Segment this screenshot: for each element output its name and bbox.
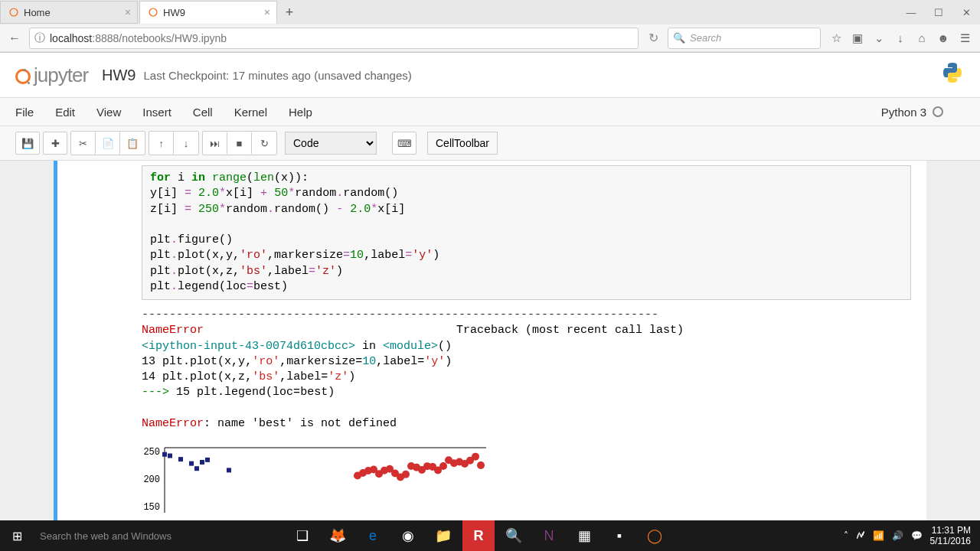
scatter-plot: 250 200 150 bbox=[142, 444, 926, 518]
browser-tools: ☆ ▣ ⌄ ↓ ⌂ ☻ ☰ bbox=[825, 31, 975, 45]
checkpoint-status: Last Checkpoint: 17 minutes ago (unsaved… bbox=[144, 69, 412, 82]
svg-point-37 bbox=[472, 453, 479, 461]
menu-help[interactable]: Help bbox=[289, 106, 312, 119]
download-icon[interactable]: ↓ bbox=[890, 31, 911, 45]
home-icon[interactable]: ⌂ bbox=[911, 31, 933, 45]
cut-button[interactable]: ✂ bbox=[71, 132, 96, 155]
jupyter-logo[interactable]: jupyter bbox=[15, 64, 88, 87]
celltoolbar-button[interactable]: CellToolbar bbox=[427, 132, 498, 155]
wifi-icon[interactable]: 📶 bbox=[873, 530, 884, 541]
svg-point-24 bbox=[402, 471, 410, 478]
chart-svg: 250 200 150 bbox=[142, 444, 494, 513]
taskbar-apps: ❑ 🦊 e ◉ 📁 R 🔍 N ▦ ▪ ◯ bbox=[286, 520, 671, 551]
restart-button[interactable]: ↻ bbox=[252, 132, 276, 155]
window-controls: — ☐ ✕ bbox=[897, 7, 980, 18]
svg-text:150: 150 bbox=[143, 502, 160, 513]
stop-button[interactable]: ■ bbox=[227, 132, 252, 155]
notebook-name[interactable]: HW9 bbox=[102, 67, 136, 84]
close-icon[interactable]: × bbox=[125, 6, 131, 18]
svg-point-31 bbox=[439, 462, 447, 470]
svg-rect-13 bbox=[205, 458, 210, 462]
search-input[interactable]: 🔍 Search bbox=[668, 28, 821, 49]
maximize-button[interactable]: ☐ bbox=[925, 7, 952, 18]
account-icon[interactable]: ☻ bbox=[933, 31, 954, 45]
task-view-icon[interactable]: ❑ bbox=[286, 520, 318, 551]
jupyter-taskbar-icon[interactable]: ◯ bbox=[639, 520, 671, 551]
url-input[interactable]: ⓘ localhost:8888/notebooks/HW9.ipynb bbox=[29, 28, 639, 49]
paste-button[interactable]: 📋 bbox=[120, 132, 145, 155]
start-button[interactable]: ⊞ bbox=[0, 529, 34, 543]
address-bar: ← ⓘ localhost:8888/notebooks/HW9.ipynb ↻… bbox=[0, 24, 980, 52]
toolbar: 💾 ✚ ✂ 📄 📋 ↑ ↓ ⏭ ■ ↻ Code ⌨ CellToolbar bbox=[0, 126, 980, 161]
svg-rect-14 bbox=[227, 468, 231, 472]
svg-rect-11 bbox=[194, 466, 199, 471]
magnifier-icon[interactable]: 🔍 bbox=[498, 520, 530, 551]
kernel-status-icon bbox=[933, 106, 943, 117]
bookmark-icon[interactable]: ☆ bbox=[825, 31, 847, 45]
terminal-icon[interactable]: ▪ bbox=[603, 520, 635, 551]
menu-kernel[interactable]: Kernel bbox=[234, 106, 267, 119]
chrome-icon[interactable]: ◉ bbox=[392, 520, 424, 551]
svg-text:250: 250 bbox=[143, 447, 160, 458]
firefox-icon[interactable]: 🦊 bbox=[322, 520, 354, 551]
add-cell-button[interactable]: ✚ bbox=[43, 132, 67, 155]
app-icon[interactable]: ▦ bbox=[568, 520, 600, 551]
tab-label: Home bbox=[24, 7, 51, 18]
browser-chrome: Home × HW9 × + — ☐ ✕ ← ⓘ localhost:8888/… bbox=[0, 0, 980, 53]
jupyter-icon bbox=[148, 7, 158, 18]
svg-point-1 bbox=[149, 8, 157, 16]
run-button[interactable]: ⏭ bbox=[203, 132, 227, 155]
reload-button[interactable]: ↻ bbox=[643, 31, 663, 45]
tab-hw9[interactable]: HW9 × bbox=[139, 1, 277, 24]
clock[interactable]: 11:31 PM 5/11/2016 bbox=[930, 525, 971, 547]
move-up-button[interactable]: ↑ bbox=[149, 132, 174, 155]
battery-icon[interactable]: 🗲 bbox=[856, 530, 865, 541]
kernel-indicator: Python 3 bbox=[881, 106, 943, 119]
svg-point-0 bbox=[10, 8, 18, 16]
back-button[interactable]: ← bbox=[5, 31, 24, 45]
explorer-icon[interactable]: 📁 bbox=[427, 520, 459, 551]
command-palette-button[interactable]: ⌨ bbox=[392, 132, 416, 155]
menu-icon[interactable]: ☰ bbox=[954, 31, 975, 45]
code-cell[interactable]: for i in range(len(x)): y[i] = 2.0*x[i] … bbox=[54, 161, 926, 530]
menu-file[interactable]: File bbox=[15, 106, 34, 119]
notifications-icon[interactable]: 💬 bbox=[911, 530, 923, 541]
jupyter-header: jupyter HW9 Last Checkpoint: 17 minutes … bbox=[0, 53, 980, 97]
python-logo bbox=[940, 60, 965, 90]
close-icon[interactable]: × bbox=[264, 6, 270, 18]
notebook-area[interactable]: for i in range(len(x)): y[i] = 2.0*x[i] … bbox=[0, 161, 980, 536]
taskbar-search[interactable]: Search the web and Windows bbox=[34, 530, 271, 542]
svg-text:200: 200 bbox=[143, 474, 160, 485]
menu-cell[interactable]: Cell bbox=[193, 106, 213, 119]
pocket-icon[interactable]: ⌄ bbox=[868, 31, 890, 45]
minimize-button[interactable]: — bbox=[897, 7, 925, 18]
new-tab-button[interactable]: + bbox=[279, 5, 300, 21]
tray-up-icon[interactable]: ˄ bbox=[844, 530, 848, 541]
volume-icon[interactable]: 🔊 bbox=[892, 530, 903, 541]
library-icon[interactable]: ▣ bbox=[847, 31, 868, 45]
search-icon: 🔍 bbox=[673, 32, 685, 44]
cell-output: ----------------------------------------… bbox=[142, 300, 926, 526]
tab-home[interactable]: Home × bbox=[0, 1, 138, 24]
cell-type-select[interactable]: Code bbox=[285, 132, 377, 155]
r-icon[interactable]: R bbox=[462, 520, 495, 551]
svg-rect-8 bbox=[168, 454, 172, 458]
code-input[interactable]: for i in range(len(x)): y[i] = 2.0*x[i] … bbox=[142, 165, 911, 300]
menu-insert[interactable]: Insert bbox=[142, 106, 172, 119]
onenote-icon[interactable]: N bbox=[533, 520, 565, 551]
tab-label: HW9 bbox=[163, 7, 185, 18]
edge-icon[interactable]: e bbox=[357, 520, 389, 551]
menu-edit[interactable]: Edit bbox=[55, 106, 75, 119]
kernel-name: Python 3 bbox=[881, 106, 926, 119]
close-button[interactable]: ✕ bbox=[952, 7, 980, 18]
svg-point-38 bbox=[477, 461, 485, 469]
copy-button[interactable]: 📄 bbox=[96, 132, 120, 155]
info-icon: ⓘ bbox=[34, 31, 45, 45]
jupyter-page: jupyter HW9 Last Checkpoint: 17 minutes … bbox=[0, 53, 980, 536]
jupyter-icon bbox=[8, 7, 19, 18]
svg-rect-9 bbox=[178, 457, 183, 461]
move-down-button[interactable]: ↓ bbox=[174, 132, 198, 155]
svg-rect-7 bbox=[162, 452, 167, 457]
save-button[interactable]: 💾 bbox=[15, 132, 40, 155]
menu-view[interactable]: View bbox=[96, 106, 121, 119]
